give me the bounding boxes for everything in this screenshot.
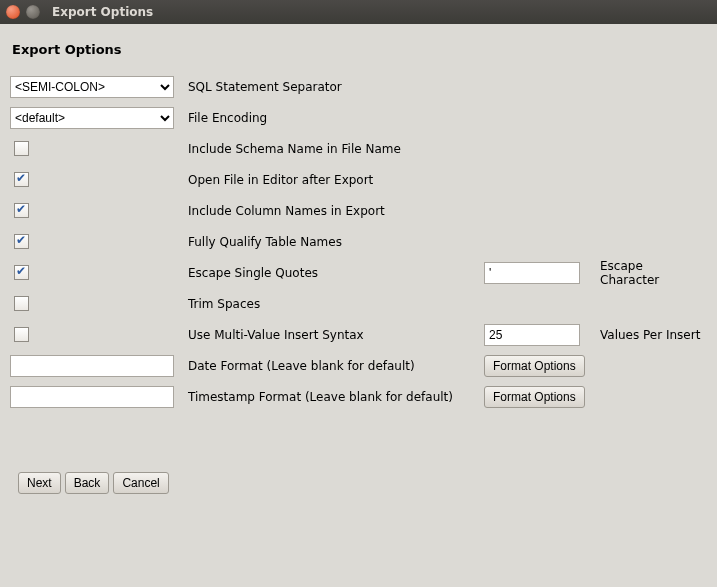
values-per-insert-input[interactable] bbox=[484, 324, 580, 346]
timestamp-format-label: Timestamp Format (Leave blank for defaul… bbox=[188, 390, 453, 404]
date-format-options-button[interactable]: Format Options bbox=[484, 355, 585, 377]
trim-spaces-checkbox[interactable] bbox=[14, 296, 29, 311]
include-schema-label: Include Schema Name in File Name bbox=[188, 142, 401, 156]
multi-value-label: Use Multi-Value Insert Syntax bbox=[188, 328, 364, 342]
file-encoding-label: File Encoding bbox=[188, 111, 267, 125]
row-trim-spaces: Trim Spaces bbox=[10, 288, 705, 319]
row-multi-value: Use Multi-Value Insert Syntax Values Per… bbox=[10, 319, 705, 350]
escape-char-input[interactable] bbox=[484, 262, 580, 284]
row-include-schema: Include Schema Name in File Name bbox=[10, 133, 705, 164]
open-after-label: Open File in Editor after Export bbox=[188, 173, 373, 187]
sql-separator-label: SQL Statement Separator bbox=[188, 80, 342, 94]
cancel-button[interactable]: Cancel bbox=[113, 472, 168, 494]
titlebar: Export Options bbox=[0, 0, 717, 24]
escape-quotes-checkbox[interactable] bbox=[14, 265, 29, 280]
date-format-label: Date Format (Leave blank for default) bbox=[188, 359, 415, 373]
open-after-checkbox[interactable] bbox=[14, 172, 29, 187]
minimize-icon[interactable] bbox=[26, 5, 40, 19]
close-icon[interactable] bbox=[6, 5, 20, 19]
multi-value-checkbox[interactable] bbox=[14, 327, 29, 342]
row-encoding: <default> File Encoding bbox=[10, 102, 705, 133]
trim-spaces-label: Trim Spaces bbox=[188, 297, 260, 311]
row-date-format: Date Format (Leave blank for default) Fo… bbox=[10, 350, 705, 381]
qualify-tables-label: Fully Qualify Table Names bbox=[188, 235, 342, 249]
row-escape-quotes: Escape Single Quotes Escape Character bbox=[10, 257, 705, 288]
row-ts-format: Timestamp Format (Leave blank for defaul… bbox=[10, 381, 705, 412]
include-schema-checkbox[interactable] bbox=[14, 141, 29, 156]
row-open-after: Open File in Editor after Export bbox=[10, 164, 705, 195]
include-columns-label: Include Column Names in Export bbox=[188, 204, 385, 218]
escape-quotes-label: Escape Single Quotes bbox=[188, 266, 318, 280]
row-separator: <SEMI-COLON> SQL Statement Separator bbox=[10, 71, 705, 102]
sql-separator-select[interactable]: <SEMI-COLON> bbox=[10, 76, 174, 98]
qualify-tables-checkbox[interactable] bbox=[14, 234, 29, 249]
file-encoding-select[interactable]: <default> bbox=[10, 107, 174, 129]
window-title: Export Options bbox=[52, 5, 153, 19]
row-include-cols: Include Column Names in Export bbox=[10, 195, 705, 226]
page-title: Export Options bbox=[12, 42, 705, 57]
values-per-insert-label: Values Per Insert bbox=[600, 328, 700, 342]
timestamp-format-options-button[interactable]: Format Options bbox=[484, 386, 585, 408]
escape-char-label: Escape Character bbox=[600, 259, 705, 287]
next-button[interactable]: Next bbox=[18, 472, 61, 494]
date-format-input[interactable] bbox=[10, 355, 174, 377]
row-qualify-tables: Fully Qualify Table Names bbox=[10, 226, 705, 257]
timestamp-format-input[interactable] bbox=[10, 386, 174, 408]
include-columns-checkbox[interactable] bbox=[14, 203, 29, 218]
content-area: Export Options <SEMI-COLON> SQL Statemen… bbox=[0, 24, 717, 506]
back-button[interactable]: Back bbox=[65, 472, 110, 494]
wizard-footer: Next Back Cancel bbox=[10, 472, 705, 494]
